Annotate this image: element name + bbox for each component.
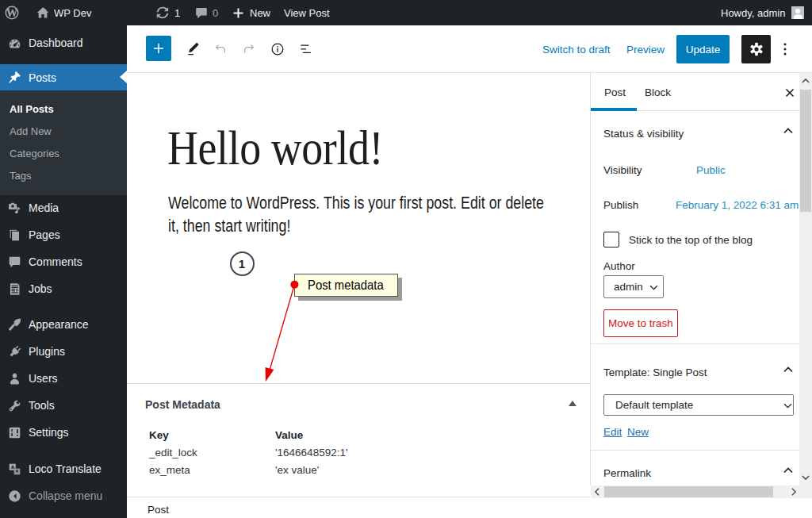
svg-text:W: W [6, 6, 18, 19]
